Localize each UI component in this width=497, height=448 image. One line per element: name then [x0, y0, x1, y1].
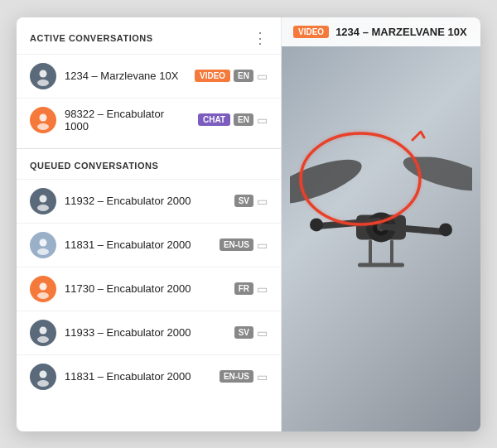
- queued-conversation-item[interactable]: 11831 – Encabulator 2000 EN-US ▭: [17, 223, 281, 267]
- right-panel-header: VIDEO 1234 – MARZELVANE 10X: [282, 17, 480, 46]
- avatar: [30, 63, 56, 89]
- active-conversation-item[interactable]: 98322 – Encabulator 1000 CHAT EN ▭: [17, 98, 281, 142]
- svg-point-33: [439, 223, 452, 236]
- device-icon: ▭: [257, 195, 268, 208]
- svg-point-20: [37, 380, 49, 387]
- avatar: [30, 107, 56, 133]
- conversation-name: 11932 – Encabulator 2000: [65, 195, 226, 207]
- conversation-tags: SV ▭: [234, 326, 268, 340]
- right-panel-title: 1234 – MARZELVANE 10X: [335, 26, 466, 38]
- svg-point-34: [301, 133, 420, 224]
- queued-conversations-header: QUEUED CONVERSATIONS: [17, 149, 281, 179]
- avatar: [30, 320, 56, 346]
- queued-conversations-title: QUEUED CONVERSATIONS: [30, 161, 158, 171]
- video-tag: VIDEO: [195, 70, 230, 82]
- lang-tag: EN-US: [220, 238, 253, 251]
- device-icon: ▭: [257, 282, 268, 296]
- svg-point-19: [40, 370, 47, 378]
- chat-tag: CHAT: [198, 113, 230, 126]
- svg-point-1: [40, 70, 47, 77]
- lang-tag: EN-US: [220, 370, 253, 383]
- active-conversations-header: ACTIVE CONVERSATIONS ⋮: [17, 17, 281, 54]
- avatar: [30, 364, 56, 390]
- lang-tag: SV: [234, 326, 253, 339]
- svg-point-14: [37, 292, 49, 299]
- avatar: [30, 276, 56, 302]
- video-badge: VIDEO: [293, 26, 329, 38]
- right-panel: VIDEO 1234 – MARZELVANE 10X: [282, 17, 480, 431]
- annotation-circle: [290, 117, 431, 233]
- conversation-name: 11831 – Encabulator 2000: [65, 370, 211, 383]
- device-icon: ▭: [257, 70, 268, 83]
- svg-point-7: [40, 195, 47, 202]
- device-icon: ▭: [257, 113, 268, 127]
- device-icon: ▭: [257, 370, 268, 383]
- svg-point-5: [37, 123, 49, 130]
- svg-rect-30: [390, 239, 393, 264]
- queued-conversation-item[interactable]: 11932 – Encabulator 2000 SV ▭: [17, 179, 281, 223]
- svg-point-13: [40, 282, 47, 290]
- lang-tag: SV: [234, 195, 253, 207]
- conversation-tags: SV ▭: [234, 195, 268, 208]
- svg-point-17: [37, 336, 49, 343]
- conversation-name: 1234 – Marzlevane 10X: [65, 70, 186, 82]
- svg-point-10: [40, 238, 47, 246]
- svg-rect-29: [369, 239, 372, 264]
- app-container: ACTIVE CONVERSATIONS ⋮ 1234 – Marzlevane…: [17, 17, 480, 431]
- conversation-name: 98322 – Encabulator 1000: [65, 108, 190, 132]
- queued-conversations-section: QUEUED CONVERSATIONS 11932 – Encabulator…: [17, 149, 281, 431]
- conversation-name: 11730 – Encabulator 2000: [65, 282, 226, 295]
- device-icon: ▭: [257, 238, 268, 252]
- svg-point-2: [37, 79, 49, 86]
- conversation-tags: VIDEO EN ▭: [195, 70, 268, 83]
- conversation-name: 11831 – Encabulator 2000: [65, 238, 211, 251]
- queued-conversation-item[interactable]: 11831 – Encabulator 2000 EN-US ▭: [17, 354, 281, 398]
- conversation-tags: CHAT EN ▭: [198, 113, 268, 127]
- svg-point-16: [40, 326, 47, 334]
- queued-conversation-item[interactable]: 11933 – Encabulator 2000 SV ▭: [17, 311, 281, 354]
- active-conversations-title: ACTIVE CONVERSATIONS: [30, 33, 153, 43]
- svg-point-11: [37, 248, 49, 255]
- lang-tag: EN: [234, 113, 253, 126]
- device-icon: ▭: [257, 326, 268, 340]
- active-conversation-item[interactable]: 1234 – Marzlevane 10X VIDEO EN ▭: [17, 54, 281, 98]
- conversation-tags: FR ▭: [234, 282, 268, 296]
- svg-point-4: [40, 113, 47, 121]
- left-panel: ACTIVE CONVERSATIONS ⋮ 1234 – Marzlevane…: [17, 17, 282, 431]
- lang-tag: EN: [234, 70, 253, 82]
- conversation-tags: EN-US ▭: [220, 370, 268, 383]
- avatar: [30, 188, 56, 214]
- svg-point-8: [37, 205, 49, 211]
- more-options-icon[interactable]: ⋮: [253, 31, 268, 46]
- svg-rect-31: [358, 263, 404, 267]
- queued-conversation-item[interactable]: 11730 – Encabulator 2000 FR ▭: [17, 267, 281, 311]
- conversation-tags: EN-US ▭: [220, 238, 268, 252]
- conversation-name: 11933 – Encabulator 2000: [65, 326, 226, 339]
- avatar: [30, 232, 56, 258]
- lang-tag: FR: [234, 282, 253, 295]
